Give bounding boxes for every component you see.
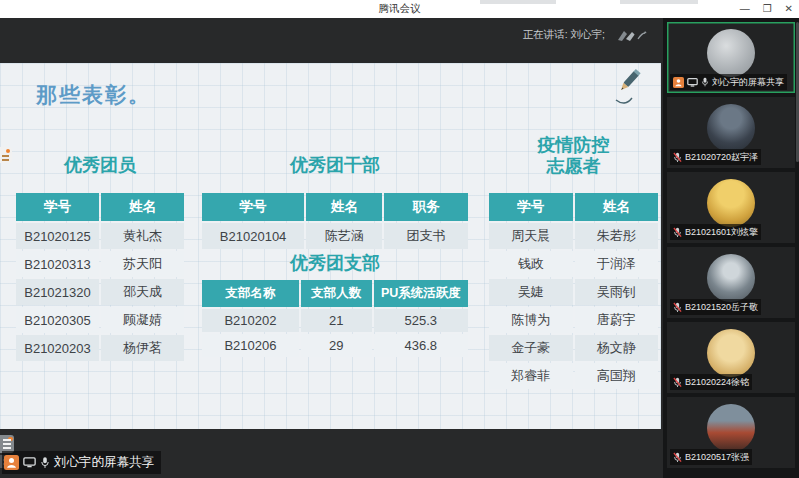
tencent-meeting-window: 腾讯会议 — ❐ ✕ 正在讲话: 刘心宇; 那些表彰。 <box>0 0 799 478</box>
section-heading-volunteers: 疫情防控 志愿者 <box>487 135 660 177</box>
table-row: B21020313苏天阳 <box>16 251 184 277</box>
cell: 525.3 <box>374 309 468 332</box>
cell: B21020305 <box>16 307 99 333</box>
header-cell: 姓名 <box>101 193 184 221</box>
minimize-button[interactable]: — <box>740 0 750 18</box>
muted-microphone-icon <box>673 152 682 163</box>
table-row: 周天晨朱若彤 <box>489 223 658 249</box>
header-cell: 学号 <box>202 193 304 221</box>
header-cell: PU系统活跃度 <box>374 280 468 307</box>
table-row: B21020104 陈艺涵 团支书 <box>202 223 468 249</box>
participant-label: B21020720赵宇泽 <box>670 149 761 165</box>
cell: 邵天成 <box>101 279 184 305</box>
anime-boy-avatar <box>707 104 755 152</box>
screen-share-label-text: 刘心宇的屏幕共享 <box>54 454 154 471</box>
muted-microphone-icon <box>673 227 682 238</box>
background-tab-remnant <box>480 0 556 4</box>
moon-avatar <box>707 29 755 77</box>
cell: 29 <box>301 334 372 357</box>
muted-microphone-icon <box>673 377 682 388</box>
doge-avatar <box>707 329 755 377</box>
participant-name: B21020720赵宇泽 <box>685 151 758 164</box>
table-row: B21020305顾凝婧 <box>16 307 184 333</box>
cell: B21020104 <box>202 223 304 249</box>
participant-tile-screen-share[interactable]: 刘心宇的屏幕共享 <box>667 22 795 93</box>
cell: 吴婕 <box>489 279 573 305</box>
shared-screen-area: 正在讲话: 刘心宇; 那些表彰。 优秀团员 <box>0 18 663 478</box>
cell: 郑睿菲 <box>489 363 573 389</box>
ultraman-avatar <box>707 254 755 302</box>
table-row: B21020203杨伊茗 <box>16 335 184 361</box>
table-row: B210206 29 436.8 <box>202 334 468 357</box>
cell: 周天晨 <box>489 223 573 249</box>
cell: 金子豪 <box>489 335 573 361</box>
notification-dot <box>6 149 10 153</box>
table-volunteers: 学号 姓名 周天晨朱若彤 钱政于润泽 吴婕吴雨钊 陈博为唐蔚宇 金子豪杨文静 郑… <box>487 191 660 391</box>
participant-name: B21020517张强 <box>685 451 749 464</box>
cell: 黄礼杰 <box>101 223 184 249</box>
participant-label: 刘心宇的屏幕共享 <box>670 74 787 90</box>
cell: B21020125 <box>16 223 99 249</box>
cell: 高国翔 <box>575 363 659 389</box>
presentation-slide: 那些表彰。 优秀团员 优秀团干部 优秀团支部 疫情防控 志愿者 <box>0 63 661 429</box>
cell: 杨文静 <box>575 335 659 361</box>
participant-tile[interactable]: B21020517张强 <box>667 397 795 468</box>
cell: B21020203 <box>16 335 99 361</box>
header-cell: 姓名 <box>575 193 659 221</box>
header-cell: 支部名称 <box>202 280 299 307</box>
table-row: 金子豪杨文静 <box>489 335 658 361</box>
cell: 唐蔚宇 <box>575 307 659 333</box>
cell: 陈艺涵 <box>306 223 382 249</box>
child-raincoat-avatar <box>707 179 755 227</box>
table-row: 陈博为唐蔚宇 <box>489 307 658 333</box>
window-titlebar[interactable]: 腾讯会议 — ❐ ✕ <box>0 0 799 18</box>
table-row: B21021320邵天成 <box>16 279 184 305</box>
speaking-status-text: 正在讲话: 刘心宇; <box>523 28 605 42</box>
header-cell: 支部人数 <box>301 280 372 307</box>
table-row: B210202 21 525.3 <box>202 309 468 332</box>
slide-title: 那些表彰。 <box>36 81 151 109</box>
speaking-status: 正在讲话: 刘心宇; <box>0 28 663 42</box>
header-cell: 学号 <box>489 193 573 221</box>
participant-tile[interactable]: B21020720赵宇泽 <box>667 97 795 168</box>
participant-label: B21020517张强 <box>670 449 752 465</box>
background-tab-remnant <box>620 0 698 4</box>
table-row: B21020125黄礼杰 <box>16 223 184 249</box>
table-excellent-members: 学号 姓名 B21020125黄礼杰 B21020313苏天阳 B2102132… <box>14 191 186 363</box>
pencil-doodle-icon <box>611 67 647 107</box>
cell: 团支书 <box>384 223 468 249</box>
cell: 吴雨钊 <box>575 279 659 305</box>
participant-label: B21021520岳子敬 <box>670 299 761 315</box>
cell: B21020313 <box>16 251 99 277</box>
screen-share-icon <box>23 457 36 468</box>
cell: 钱政 <box>489 251 573 277</box>
participant-name: 刘心宇的屏幕共享 <box>712 76 784 89</box>
participant-label: B21020224徐铭 <box>670 374 752 390</box>
participant-tile[interactable]: B21020224徐铭 <box>667 322 795 393</box>
participant-tile[interactable]: B21021601刘炫擎 <box>667 172 795 243</box>
participants-sidebar: 刘心宇的屏幕共享 B21020720赵宇泽 <box>663 18 799 478</box>
section-heading-excellent-members: 优秀团员 <box>14 155 186 176</box>
window-title: 腾讯会议 <box>379 2 421 16</box>
cell: 于润泽 <box>575 251 659 277</box>
cell: B21021320 <box>16 279 99 305</box>
cell: 杨伊茗 <box>101 335 184 361</box>
header-cell: 姓名 <box>306 193 382 221</box>
participant-label: B21021601刘炫擎 <box>670 224 761 240</box>
close-button[interactable]: ✕ <box>785 0 793 18</box>
slide-panel-toggle-button[interactable] <box>0 147 12 163</box>
table-excellent-cadres: 学号 姓名 职务 B21020104 陈艺涵 团支书 <box>200 191 470 251</box>
rider-avatar <box>707 404 755 452</box>
cell: 朱若彤 <box>575 223 659 249</box>
muted-microphone-icon <box>673 452 682 463</box>
maximize-button[interactable]: ❐ <box>763 0 772 18</box>
applause-icon <box>615 28 649 42</box>
cell: 顾凝婧 <box>101 307 184 333</box>
table-row: 钱政于润泽 <box>489 251 658 277</box>
cell: B210206 <box>202 334 299 357</box>
sharer-person-icon <box>4 455 19 470</box>
cell: 陈博为 <box>489 307 573 333</box>
participant-tile[interactable]: B21021520岳子敬 <box>667 247 795 318</box>
participant-name: B21021601刘炫擎 <box>685 226 758 239</box>
cell: B210202 <box>202 309 299 332</box>
